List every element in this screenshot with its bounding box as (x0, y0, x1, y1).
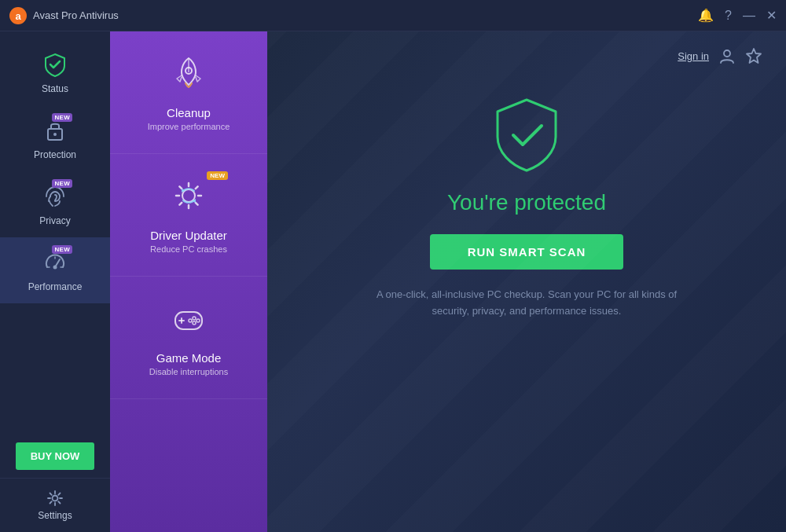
protection-icon-container: NEW (41, 116, 69, 145)
svg-point-5 (53, 496, 58, 501)
driver-updater-subtitle: Reduce PC crashes (150, 244, 227, 254)
middle-item-game-mode[interactable]: Game Mode Disable interruptions (110, 277, 267, 399)
profile-icon[interactable] (718, 47, 736, 64)
sidebar-item-protection[interactable]: NEW Protection (0, 105, 110, 171)
help-icon[interactable]: ? (725, 9, 732, 23)
game-mode-title: Game Mode (156, 351, 222, 365)
settings-label: Settings (38, 510, 72, 521)
privacy-icon-container: NEW (41, 182, 69, 211)
sidebar-item-privacy[interactable]: NEW Privacy (0, 171, 110, 237)
privacy-new-badge: NEW (52, 179, 72, 188)
settings-icon (46, 490, 64, 507)
sidebar-item-settings[interactable]: Settings (0, 478, 110, 532)
run-smart-scan-button[interactable]: RUN SMART SCAN (430, 234, 624, 270)
scan-description: A one-click, all-inclusive PC checkup. S… (362, 287, 692, 320)
status-icon-container (41, 50, 69, 79)
performance-new-badge: NEW (52, 245, 72, 254)
svg-point-16 (189, 319, 192, 322)
driver-updater-new-badge: NEW (207, 171, 228, 180)
svg-text:a: a (15, 10, 21, 22)
notification-icon[interactable]: 🔔 (698, 8, 714, 23)
app-title: Avast Pro Antivirus (33, 9, 698, 21)
middle-panel: Cleanup Improve performance NEW Driver U… (110, 31, 267, 532)
minimize-icon[interactable]: — (743, 9, 755, 23)
sidebar-item-performance[interactable]: NEW Performance (0, 237, 110, 303)
shield-area: You're protected RUN SMART SCAN A one-cl… (362, 96, 692, 320)
sidebar-status-label: Status (42, 83, 68, 94)
main-content: Sign in You're protected RUN SMART SCAN … (267, 31, 786, 532)
game-mode-subtitle: Disable interruptions (149, 367, 228, 376)
buy-now-button[interactable]: BUY NOW (16, 442, 94, 470)
app-layout: Status NEW Protection NEW (0, 31, 786, 532)
middle-item-driver-updater[interactable]: NEW Driver Updater Reduce PC crashes (110, 154, 267, 277)
cleanup-subtitle: Improve performance (148, 122, 230, 131)
driver-updater-title: Driver Updater (150, 229, 227, 242)
protection-new-badge: NEW (52, 113, 72, 122)
performance-icon-container: NEW (41, 248, 69, 277)
game-mode-icon (169, 299, 208, 345)
sidebar-item-status[interactable]: Status (0, 39, 110, 105)
titlebar-controls: 🔔 ? — ✕ (698, 8, 777, 23)
sign-in-link[interactable]: Sign in (678, 50, 709, 62)
titlebar: a Avast Pro Antivirus 🔔 ? — ✕ (0, 0, 786, 31)
svg-point-4 (53, 266, 57, 270)
avast-logo: a (9, 7, 27, 24)
svg-point-13 (193, 317, 196, 320)
svg-marker-18 (747, 49, 761, 63)
middle-item-cleanup[interactable]: Cleanup Improve performance (110, 31, 267, 154)
favorite-icon[interactable] (745, 47, 762, 64)
svg-point-17 (724, 50, 730, 57)
protected-text: You're protected (447, 190, 606, 215)
svg-point-14 (196, 319, 200, 322)
status-icon (42, 52, 68, 77)
main-top-bar: Sign in (291, 47, 762, 64)
svg-point-3 (53, 133, 57, 136)
sidebar-protection-label: Protection (34, 149, 76, 160)
sidebar-privacy-label: Privacy (39, 215, 70, 226)
close-icon[interactable]: ✕ (766, 8, 777, 23)
svg-point-7 (182, 189, 195, 202)
driver-updater-icon (169, 176, 208, 222)
sidebar-bottom: BUY NOW Settings (0, 435, 110, 532)
cleanup-icon (169, 53, 208, 100)
svg-point-15 (193, 321, 196, 325)
cleanup-title: Cleanup (167, 106, 211, 119)
sidebar: Status NEW Protection NEW (0, 31, 110, 532)
sidebar-performance-label: Performance (28, 281, 83, 292)
shield-svg (491, 96, 562, 174)
